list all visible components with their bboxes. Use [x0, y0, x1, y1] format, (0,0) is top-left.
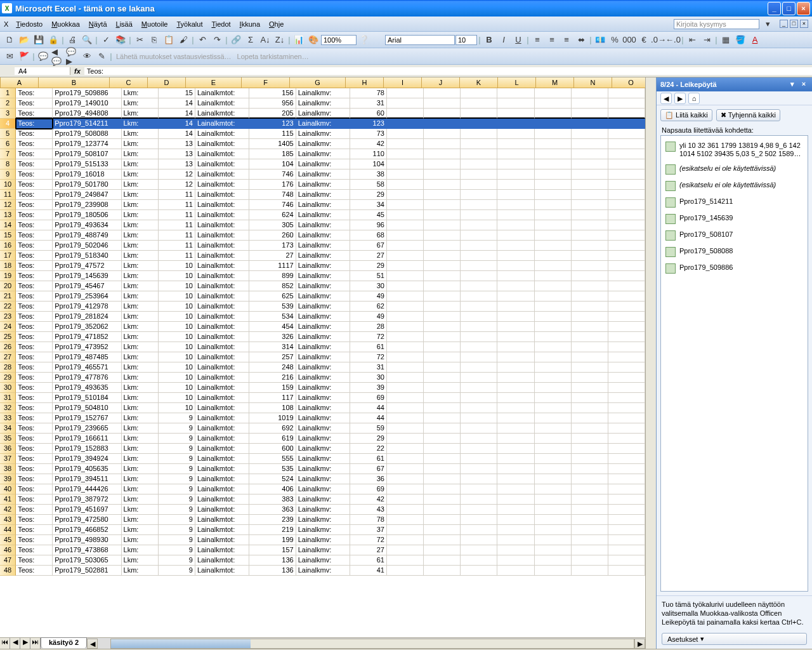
cell[interactable]	[608, 119, 645, 129]
cell[interactable]	[424, 566, 461, 576]
cell[interactable]: 625	[249, 291, 296, 302]
cell[interactable]	[461, 312, 497, 322]
new-icon[interactable]: 🗋	[3, 33, 16, 47]
row-header[interactable]: 39	[0, 474, 16, 484]
cell[interactable]: Ppro179_387972	[53, 494, 121, 505]
cell[interactable]: Lkm:	[122, 119, 159, 129]
hscroll-track[interactable]	[110, 639, 634, 649]
cell[interactable]	[535, 281, 572, 291]
cell[interactable]	[572, 261, 608, 271]
cell[interactable]	[461, 403, 497, 413]
cell[interactable]	[535, 505, 572, 515]
cell[interactable]: 59	[350, 423, 387, 434]
cell[interactable]: 9	[159, 474, 195, 484]
cell[interactable]: Lkm:	[122, 352, 159, 362]
cell[interactable]: 36	[350, 474, 387, 484]
menu-ohje[interactable]: Ohje	[265, 19, 288, 29]
cell[interactable]	[608, 352, 645, 362]
cell[interactable]	[535, 251, 572, 261]
cell[interactable]: 899	[249, 271, 296, 281]
cut-icon[interactable]: ✂	[133, 33, 147, 47]
col-header-N[interactable]: N	[574, 77, 612, 88]
cell[interactable]: Lainalkmv:	[296, 88, 350, 98]
cell[interactable]: Lainalkmv:	[296, 423, 350, 434]
cell[interactable]: Lainalkmtot:	[195, 291, 249, 302]
cell[interactable]: Lkm:	[122, 261, 159, 271]
row-header[interactable]: 30	[0, 383, 16, 393]
cell[interactable]: Lainalkmv:	[296, 180, 350, 190]
cell[interactable]: Teos:	[16, 291, 53, 302]
cell[interactable]: Ppro179_451697	[53, 505, 121, 515]
cell[interactable]	[497, 291, 534, 302]
table-row[interactable]: 34Teos:Ppro179_239665Lkm:9Lainalkmtot:69…	[0, 423, 645, 434]
cell[interactable]	[608, 484, 645, 494]
cell[interactable]	[424, 545, 461, 555]
cell[interactable]	[497, 119, 534, 129]
cell[interactable]: Teos:	[16, 464, 53, 474]
cell[interactable]: Lainalkmtot:	[195, 515, 249, 525]
cell[interactable]	[497, 271, 534, 281]
cell[interactable]	[387, 494, 424, 505]
cell[interactable]: Ppro179_487485	[53, 352, 121, 362]
cell[interactable]: Lainalkmtot:	[195, 525, 249, 535]
cell[interactable]: Lainalkmtot:	[195, 535, 249, 545]
cell[interactable]: Teos:	[16, 342, 53, 352]
cell[interactable]: Lainalkmtot:	[195, 210, 249, 220]
cell[interactable]	[572, 129, 608, 139]
cell[interactable]	[461, 515, 497, 525]
cell[interactable]: Lkm:	[122, 383, 159, 393]
cell[interactable]: 69	[350, 393, 387, 403]
col-header-O[interactable]: O	[612, 77, 645, 88]
cell[interactable]	[461, 88, 497, 98]
spellcheck-icon[interactable]: ✓	[99, 33, 113, 47]
cell[interactable]	[497, 190, 534, 200]
cell[interactable]: Lkm:	[122, 484, 159, 494]
cell[interactable]	[497, 159, 534, 169]
ink-icon[interactable]: ✎	[95, 50, 108, 63]
cell[interactable]: Lainalkmtot:	[195, 383, 249, 393]
cell[interactable]: Teos:	[16, 281, 53, 291]
cell[interactable]: Lainalkmtot:	[195, 423, 249, 434]
cell[interactable]: Teos:	[16, 200, 53, 210]
cell[interactable]: Lainalkmv:	[296, 332, 350, 342]
cell[interactable]: 60	[350, 109, 387, 119]
cell[interactable]: Ppro179_502046	[53, 241, 121, 251]
taskpane-home-icon[interactable]: ⌂	[688, 93, 700, 104]
table-row[interactable]: 16Teos:Ppro179_502046Lkm:11Lainalkmtot:1…	[0, 241, 645, 251]
cell[interactable]: Teos:	[16, 494, 53, 505]
cell[interactable]: Teos:	[16, 241, 53, 251]
cell[interactable]: Lainalkmtot:	[195, 281, 249, 291]
table-row[interactable]: 21Teos:Ppro179_253964Lkm:10Lainalkmtot:6…	[0, 291, 645, 302]
row-header[interactable]: 34	[0, 423, 16, 434]
row-header[interactable]: 2	[0, 98, 16, 109]
mdi-restore-button[interactable]: □	[790, 20, 798, 28]
cell[interactable]: 67	[350, 464, 387, 474]
cell[interactable]	[387, 271, 424, 281]
cell[interactable]: 110	[350, 149, 387, 159]
cell[interactable]: Lainalkmv:	[296, 281, 350, 291]
cell[interactable]: Lainalkmv:	[296, 291, 350, 302]
table-row[interactable]: 18Teos:Ppro179_47572Lkm:10Lainalkmtot:11…	[0, 261, 645, 271]
cell[interactable]: 159	[249, 383, 296, 393]
cell[interactable]	[424, 322, 461, 332]
cell[interactable]: Ppro179_253964	[53, 291, 121, 302]
cell[interactable]	[424, 454, 461, 464]
cell[interactable]	[497, 200, 534, 210]
cell[interactable]: Ppro179_503065	[53, 555, 121, 566]
cell[interactable]	[497, 362, 534, 373]
taskpane-close-icon[interactable]: ×	[799, 80, 808, 89]
cell[interactable]	[387, 342, 424, 352]
cell[interactable]	[387, 129, 424, 139]
cell[interactable]: Lkm:	[122, 281, 159, 291]
cell[interactable]	[424, 444, 461, 454]
cell[interactable]: 600	[249, 444, 296, 454]
cell[interactable]: Teos:	[16, 505, 53, 515]
cell[interactable]: Lainalkmv:	[296, 169, 350, 180]
col-header-H[interactable]: H	[346, 77, 384, 88]
cell[interactable]: 9	[159, 413, 195, 423]
cell[interactable]	[387, 98, 424, 109]
cell[interactable]	[461, 444, 497, 454]
col-header-F[interactable]: F	[242, 77, 290, 88]
cell[interactable]	[461, 525, 497, 535]
cell[interactable]	[608, 545, 645, 555]
